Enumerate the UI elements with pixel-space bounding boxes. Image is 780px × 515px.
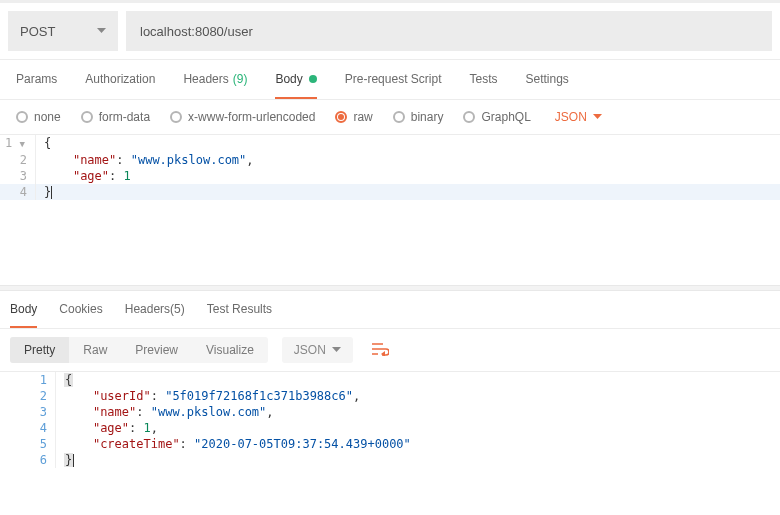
view-preview[interactable]: Preview	[121, 337, 192, 363]
body-type-formdata[interactable]: form-data	[81, 110, 150, 124]
headers-count: (9)	[233, 72, 248, 86]
resp-tab-body[interactable]: Body	[10, 291, 37, 328]
body-type-raw[interactable]: raw	[335, 110, 372, 124]
response-format-dropdown[interactable]: JSON	[282, 337, 353, 363]
method-dropdown[interactable]: POST	[8, 11, 118, 51]
url-input[interactable]	[126, 11, 772, 51]
tab-authorization[interactable]: Authorization	[85, 60, 155, 99]
view-raw[interactable]: Raw	[69, 337, 121, 363]
body-active-dot	[309, 75, 317, 83]
request-row: POST	[0, 3, 780, 60]
resp-tab-headers[interactable]: Headers(5)	[125, 291, 185, 328]
tab-params[interactable]: Params	[16, 60, 57, 99]
resp-tab-tests[interactable]: Test Results	[207, 291, 272, 328]
view-pretty[interactable]: Pretty	[10, 337, 69, 363]
chevron-down-icon	[332, 347, 341, 353]
text-cursor	[51, 186, 52, 199]
body-type-none[interactable]: none	[16, 110, 61, 124]
resp-headers-count: (5)	[170, 302, 185, 316]
body-type-row: none form-data x-www-form-urlencoded raw…	[0, 100, 780, 135]
tab-settings[interactable]: Settings	[526, 60, 569, 99]
response-tabs: Body Cookies Headers(5) Test Results	[0, 291, 780, 329]
tab-tests[interactable]: Tests	[469, 60, 497, 99]
method-label: POST	[20, 24, 55, 39]
request-body-editor[interactable]: 1 ▼ { 2 "name": "www.pkslow.com", 3 "age…	[0, 135, 780, 200]
chevron-down-icon	[593, 114, 602, 120]
wrap-lines-icon[interactable]	[367, 338, 393, 363]
body-format-dropdown[interactable]: JSON	[555, 110, 602, 124]
tab-prerequest[interactable]: Pre-request Script	[345, 60, 442, 99]
tab-body[interactable]: Body	[275, 60, 316, 99]
body-type-urlencoded[interactable]: x-www-form-urlencoded	[170, 110, 315, 124]
response-body-viewer[interactable]: 1 { 2 "userId": "5f019f72168f1c371b3988c…	[0, 372, 780, 468]
request-tabs: Params Authorization Headers(9) Body Pre…	[0, 60, 780, 100]
response-view-row: Pretty Raw Preview Visualize JSON	[0, 329, 780, 372]
view-visualize[interactable]: Visualize	[192, 337, 268, 363]
tab-headers[interactable]: Headers(9)	[183, 60, 247, 99]
view-mode-segment: Pretty Raw Preview Visualize	[10, 337, 268, 363]
body-type-binary[interactable]: binary	[393, 110, 444, 124]
body-type-graphql[interactable]: GraphQL	[463, 110, 530, 124]
chevron-down-icon	[97, 28, 106, 34]
fold-icon[interactable]: ▼	[20, 139, 27, 149]
resp-tab-cookies[interactable]: Cookies	[59, 291, 102, 328]
text-cursor	[73, 454, 74, 467]
